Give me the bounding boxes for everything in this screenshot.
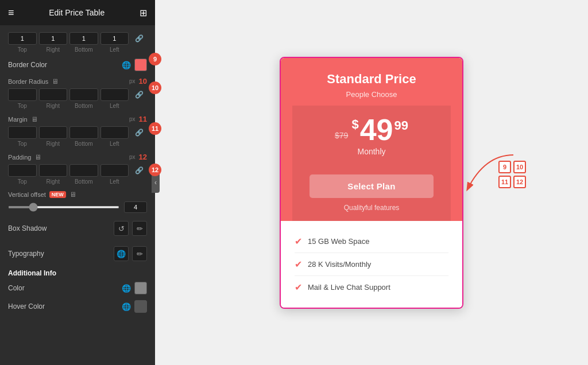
badge-10: 10 xyxy=(149,81,161,94)
badge-11: 11 xyxy=(149,122,161,135)
top-input-3[interactable] xyxy=(69,32,98,45)
padding-inputs: 15 25 15 25 🔗 xyxy=(8,164,147,177)
box-shadow-edit-btn[interactable]: ✏ xyxy=(132,221,147,236)
hover-color-row: Hover Color 🌐 xyxy=(8,300,147,313)
ann-badge-11: 11 xyxy=(498,176,511,188)
box-shadow-controls: ↺ ✏ xyxy=(114,221,147,236)
color-row: Color 🌐 xyxy=(8,282,147,294)
border-color-label: Border Color xyxy=(8,61,47,69)
border-radius-inputs: 5 5 5 5 🔗 xyxy=(8,88,147,101)
price-dollar: $ xyxy=(351,117,358,132)
color-swatch[interactable] xyxy=(134,282,147,294)
vertical-offset-slider[interactable] xyxy=(8,206,119,208)
margin-top[interactable]: 5 xyxy=(8,126,37,139)
top-link-icon[interactable]: 🔗 xyxy=(131,32,147,45)
price-period: Monthly xyxy=(304,147,439,156)
br-labels: Top Right Bottom Left xyxy=(8,103,147,109)
vertical-offset-value[interactable]: 4 xyxy=(124,201,147,213)
price-card: Standard Price People Choose $79 $ 49 99… xyxy=(280,57,463,309)
padding-label-right: Right xyxy=(39,178,68,185)
typography-edit-btn[interactable]: ✏ xyxy=(132,246,147,261)
br-left[interactable]: 5 xyxy=(100,88,129,101)
padding-link-icon[interactable]: 🔗 xyxy=(131,164,147,177)
menu-icon[interactable]: ≡ xyxy=(8,7,14,19)
border-color-globe-icon[interactable]: 🌐 xyxy=(122,61,131,69)
margin-group: Margin 🖥 px 11 5 5 5 5 🔗 Top Right xyxy=(8,115,147,147)
badge-10-sidebar: 10 xyxy=(139,77,147,86)
label-left: Left xyxy=(100,46,129,53)
br-label-top: Top xyxy=(8,103,37,109)
padding-labels: Top Right Bottom Left xyxy=(8,178,147,185)
padding-px: px xyxy=(129,154,136,160)
vertical-offset-group: Vertical offset NEW 🖥 4 xyxy=(8,191,147,213)
padding-left[interactable]: 25 xyxy=(100,164,129,177)
margin-right[interactable]: 5 xyxy=(39,126,68,139)
badge-9: 9 xyxy=(149,53,161,65)
br-link-icon[interactable]: 🔗 xyxy=(131,88,147,101)
margin-label-bottom: Bottom xyxy=(69,141,98,147)
margin-label-row: Margin 🖥 px 11 xyxy=(8,115,147,123)
br-label-bottom: Bottom xyxy=(69,103,98,109)
padding-top[interactable]: 15 xyxy=(8,164,37,177)
price-title: Standard Price xyxy=(292,72,451,87)
padding-right[interactable]: 25 xyxy=(39,164,68,177)
vertical-offset-monitor-icon: 🖥 xyxy=(69,191,76,199)
typography-label: Typography xyxy=(8,250,44,258)
margin-labels: Top Right Bottom Left xyxy=(8,141,147,147)
check-icon-1: ✔ xyxy=(295,236,302,247)
border-color-swatch[interactable] xyxy=(134,59,147,71)
border-color-row: Border Color 🌐 xyxy=(8,59,147,71)
feature-item-1: ✔ 15 GB Web Space xyxy=(295,230,448,253)
feature-text-3: Mail & Live Chat Support xyxy=(308,283,390,292)
new-badge: NEW xyxy=(49,191,66,198)
br-label-right: Right xyxy=(39,103,68,109)
box-shadow-label: Box Shadow xyxy=(8,224,47,232)
br-bottom[interactable]: 5 xyxy=(69,88,98,101)
top-spacing-labels: Top Right Bottom Left xyxy=(8,46,147,53)
typography-globe-btn[interactable]: 🌐 xyxy=(114,246,129,261)
padding-group: Padding 🖥 px 12 15 25 15 25 🔗 Top Ri xyxy=(8,153,147,185)
padding-label-row: Padding 🖥 px 12 xyxy=(8,153,147,161)
check-icon-3: ✔ xyxy=(295,282,302,293)
badge-12: 12 xyxy=(149,164,161,176)
border-radius-monitor-icon: 🖥 xyxy=(52,77,59,86)
typography-row: Typography 🌐 ✏ xyxy=(8,244,147,263)
margin-label-right: Right xyxy=(39,141,68,147)
padding-monitor-icon: 🖥 xyxy=(34,153,41,161)
top-input-1[interactable] xyxy=(8,32,37,45)
margin-px: px xyxy=(129,116,136,122)
hover-color-globe-icon[interactable]: 🌐 xyxy=(122,302,131,311)
border-radius-label: Border Radius xyxy=(8,78,48,85)
top-input-4[interactable] xyxy=(100,32,129,45)
spacing-top-row-group: 🔗 Top Right Bottom Left xyxy=(8,32,147,53)
padding-bottom[interactable]: 15 xyxy=(69,164,98,177)
margin-bottom[interactable]: 5 xyxy=(69,126,98,139)
feature-item-3: ✔ Mail & Live Chat Support xyxy=(295,276,448,298)
price-band: $79 $ 49 99 Monthly xyxy=(292,106,451,165)
select-plan-button[interactable]: Select Plan xyxy=(310,174,434,198)
label-bottom: Bottom xyxy=(69,46,98,53)
hover-color-swatch[interactable] xyxy=(134,300,147,313)
padding-label-bottom: Bottom xyxy=(69,178,98,185)
margin-link-icon[interactable]: 🔗 xyxy=(131,126,147,139)
box-shadow-refresh-btn[interactable]: ↺ xyxy=(114,221,129,236)
price-cta-area: Select Plan Qualityful features xyxy=(292,165,451,221)
box-shadow-row: Box Shadow ↺ ✏ xyxy=(8,219,147,238)
vertical-offset-label: Vertical offset xyxy=(8,191,46,198)
margin-monitor-icon: 🖥 xyxy=(31,115,38,123)
margin-label: Margin xyxy=(8,116,28,123)
ann-badge-10: 10 xyxy=(513,161,526,173)
border-radius-px-label: px xyxy=(129,78,136,84)
br-top[interactable]: 5 xyxy=(8,88,37,101)
vertical-offset-slider-row: 4 xyxy=(8,201,147,213)
top-input-2[interactable] xyxy=(39,32,68,45)
margin-left[interactable]: 5 xyxy=(100,126,129,139)
main-content: Standard Price People Choose $79 $ 49 99… xyxy=(155,0,588,365)
badge-12-sidebar: 12 xyxy=(139,153,147,161)
sidebar-scroll-content: 🔗 Top Right Bottom Left Border Color 🌐 xyxy=(0,25,155,365)
br-right[interactable]: 5 xyxy=(39,88,68,101)
color-globe-icon[interactable]: 🌐 xyxy=(122,284,131,293)
label-right: Right xyxy=(39,46,68,53)
grid-icon[interactable]: ⊞ xyxy=(140,7,147,18)
border-color-controls: 🌐 xyxy=(122,59,147,71)
